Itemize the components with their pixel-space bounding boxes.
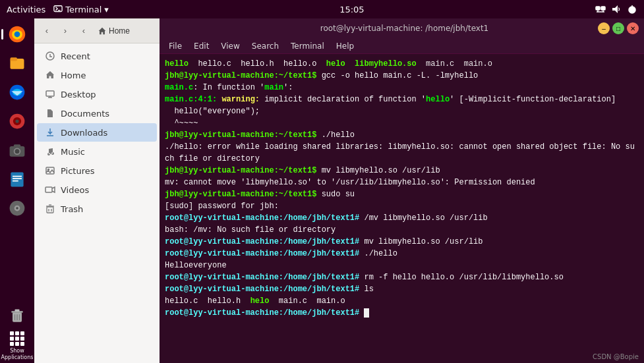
svg-marker-7	[612, 5, 618, 13]
sidebar-item-videos-label: Videos	[61, 185, 89, 195]
terminal-titlebar: root@lyy-virtual-machine: /home/jbh/text…	[160, 18, 644, 38]
svg-rect-28	[13, 181, 18, 182]
terminal-title: root@lyy-virtual-machine: /home/jbh/text…	[211, 24, 598, 33]
svg-point-12	[15, 32, 20, 38]
main-area: Show Applications ‹ › ‹ Home Recent	[0, 18, 644, 363]
dock-camera[interactable]	[4, 137, 30, 163]
network-icon	[595, 4, 606, 14]
menu-search[interactable]: Search	[247, 40, 284, 52]
sidebar-item-videos[interactable]: Videos	[37, 181, 157, 199]
svg-rect-24	[14, 144, 21, 147]
window-controls: – □ ✕	[598, 22, 639, 34]
grid-icon	[10, 331, 24, 346]
svg-point-20	[15, 119, 18, 123]
file-sidebar-items: Recent Home Desktop Documents Downloads	[34, 43, 160, 363]
menu-help[interactable]: Help	[331, 40, 359, 52]
top-bar-right	[595, 4, 637, 14]
show-applications-label: Show Applications	[1, 348, 34, 360]
terminal-indicator: Terminal ▾	[53, 5, 108, 14]
sidebar-item-music-label: Music	[61, 147, 85, 157]
home-label: Home	[109, 26, 130, 36]
svg-rect-45	[45, 187, 52, 192]
svg-point-31	[16, 207, 18, 209]
top-bar: Activities Terminal ▾ 15:05	[0, 0, 644, 18]
sidebar-item-recent[interactable]: Recent	[37, 47, 157, 65]
svg-rect-14	[11, 57, 18, 61]
show-applications-button[interactable]: Show Applications	[0, 331, 34, 360]
volume-icon[interactable]	[611, 4, 622, 14]
forward-button[interactable]: ›	[57, 23, 74, 39]
minimize-button[interactable]: –	[598, 22, 610, 34]
dock-trash[interactable]	[4, 302, 30, 329]
sidebar-item-documents-label: Documents	[61, 109, 109, 119]
sidebar-item-documents[interactable]: Documents	[37, 104, 157, 123]
top-bar-left: Activities Terminal ▾	[7, 5, 109, 14]
menu-file[interactable]: File	[163, 40, 187, 52]
maximize-button[interactable]: □	[612, 22, 624, 34]
svg-rect-3	[601, 7, 605, 10]
clock: 15:05	[339, 5, 364, 14]
sidebar-item-desktop-label: Desktop	[61, 90, 96, 99]
sidebar-item-downloads-label: Downloads	[61, 128, 107, 138]
dock-firefox[interactable]	[4, 21, 30, 47]
sidebar-item-recent-label: Recent	[61, 51, 90, 61]
dock-libreoffice[interactable]	[4, 166, 30, 192]
sidebar-item-downloads[interactable]: Downloads	[37, 123, 157, 142]
up-button[interactable]: ‹	[75, 23, 92, 39]
svg-rect-39	[46, 91, 54, 96]
dock-files[interactable]	[4, 50, 30, 76]
menu-edit[interactable]: Edit	[189, 40, 214, 52]
dock-thunderbird[interactable]	[4, 79, 30, 105]
file-sidebar-toolbar: ‹ › ‹ Home	[34, 18, 160, 43]
menu-view[interactable]: View	[216, 40, 245, 52]
dock-rhythmbox[interactable]	[4, 108, 30, 134]
home-button[interactable]: Home	[94, 23, 134, 39]
sidebar-item-pictures[interactable]: Pictures	[37, 161, 157, 180]
sidebar-item-home-label: Home	[61, 70, 86, 80]
close-button[interactable]: ✕	[627, 22, 639, 34]
svg-rect-34	[15, 309, 20, 312]
sidebar-item-pictures-label: Pictures	[61, 166, 94, 176]
svg-point-23	[15, 149, 20, 154]
sidebar-item-music[interactable]: Music	[37, 142, 157, 161]
menu-terminal[interactable]: Terminal	[285, 40, 330, 52]
back-button[interactable]: ‹	[38, 23, 55, 39]
svg-rect-46	[47, 207, 53, 213]
svg-rect-27	[13, 178, 22, 179]
terminal-window: root@lyy-virtual-machine: /home/jbh/text…	[160, 18, 644, 363]
sidebar-item-home[interactable]: Home	[37, 66, 157, 84]
svg-rect-26	[13, 176, 22, 177]
svg-rect-2	[596, 7, 600, 10]
dock: Show Applications	[0, 18, 34, 363]
terminal-menubar: File Edit View Search Terminal Help	[160, 38, 644, 54]
svg-rect-25	[11, 173, 23, 187]
sidebar-item-desktop[interactable]: Desktop	[37, 85, 157, 103]
dock-settings[interactable]	[4, 195, 30, 221]
file-sidebar: ‹ › ‹ Home Recent Home	[34, 18, 160, 363]
terminal-arrow: ▾	[104, 5, 109, 14]
sidebar-item-trash[interactable]: Trash	[37, 200, 157, 218]
terminal-label[interactable]: Terminal	[65, 5, 102, 14]
activities-button[interactable]: Activities	[7, 5, 45, 14]
terminal-body[interactable]: hello hello.c hello.h hello.o helo libmy…	[160, 54, 644, 363]
power-icon[interactable]	[627, 4, 637, 14]
sidebar-item-trash-label: Trash	[61, 204, 83, 214]
